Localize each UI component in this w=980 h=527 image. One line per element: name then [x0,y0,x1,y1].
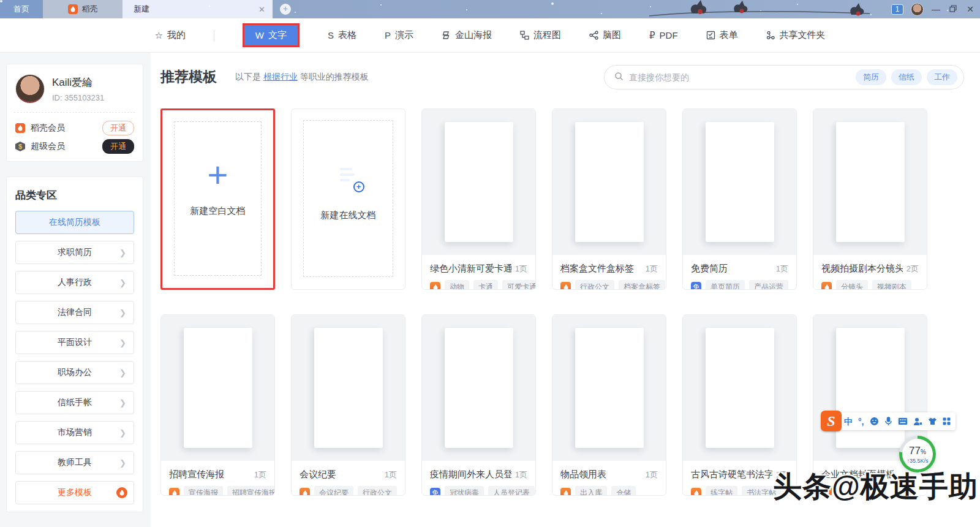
category-teacher-tools[interactable]: 教师工具 ❯ [15,451,134,474]
new-tab-button[interactable]: + [280,4,291,15]
close-button[interactable]: ✕ [965,4,975,14]
account-icon[interactable] [913,417,922,426]
keyboard-icon[interactable] [898,417,908,425]
nav-item-poster[interactable]: 金山海报 [442,29,492,41]
sheet-s-icon: S [328,30,334,40]
template-card[interactable]: 绿色小清新可爱卡通动...1页 动物 卡通 可爱卡通 [421,108,536,290]
nav-item-form[interactable]: 表单 [706,29,738,41]
category-label: 平面设计 [58,337,92,348]
category-online-resume[interactable]: 在线简历模板 [15,211,134,234]
birds-decoration [649,0,870,18]
user-id: ID: 355103231 [52,93,104,102]
super-member-icon: $ [15,142,25,151]
new-blank-doc-card[interactable]: + 新建空白文档 [160,108,275,290]
nav-item-flowchart[interactable]: 流程图 [520,29,561,41]
tag[interactable]: 人员登记表 [488,486,535,496]
tab-docer[interactable]: 稻壳 [43,0,123,18]
tag[interactable]: 分镜头 [836,280,868,290]
tag[interactable]: 出入库 [575,486,607,496]
category-legal-contract[interactable]: 法律合同 ❯ [15,301,134,324]
tag[interactable]: 行政公文 [575,280,614,290]
search-input[interactable] [629,72,851,82]
template-pages: 1页 [646,264,658,275]
super-member-open-button[interactable]: 开通 [102,139,134,154]
emoji-icon[interactable] [870,417,879,426]
restore-button[interactable] [948,4,958,14]
tag[interactable]: 档案盒标签 [619,280,665,290]
tab-home[interactable]: 首页 [0,0,43,18]
nav-item-sheet[interactable]: S 表格 [328,29,356,41]
template-card[interactable]: 免费简历1页 免 单页简历 产品运营 [682,108,797,290]
template-tags: 动物 卡通 可爱卡通 [422,275,535,290]
nav-item-pdf[interactable]: ₽ PDF [649,30,678,41]
template-card[interactable]: 视频拍摄剧本分镜头脚...2页 分镜头 视频剧本 [813,108,927,290]
tab-close-icon[interactable]: ✕ [258,5,265,14]
chinese-mode-icon[interactable]: 中 [844,417,853,426]
minimize-button[interactable]: — [931,4,941,14]
template-title: 疫情期间外来人员登记... [430,469,511,480]
docer-membership-row: 稻壳会员 开通 [15,119,134,137]
chevron-right-icon: ❯ [119,458,126,468]
category-job-resume[interactable]: 求职简历 ❯ [15,241,134,264]
sogou-logo-icon[interactable]: S [821,411,842,431]
ime-toolbar[interactable]: S 中 °, [826,412,956,430]
docer-member-open-button[interactable]: 开通 [102,121,134,135]
tab-new-active[interactable]: 新建 ✕ [123,0,273,18]
template-title: 视频拍摄剧本分镜头脚... [821,263,903,275]
category-more-templates[interactable]: 更多模板 [15,481,134,504]
template-pages: 1页 [515,469,527,480]
message-count-badge[interactable]: 1 [891,4,903,15]
tag[interactable]: 卡通 [473,280,498,290]
tag[interactable]: 招聘宣传海报 [227,486,275,496]
tag[interactable]: 宣传海报 [184,486,223,496]
category-office-work[interactable]: 职场办公 ❯ [15,361,134,384]
tag[interactable]: 仓储 [611,486,636,496]
industry-link[interactable]: 根据行业 [263,72,298,82]
nav-item-mine[interactable]: ☆ 我的 [154,29,185,41]
nav-item-slides[interactable]: P 演示 [385,29,413,41]
titlebar-avatar[interactable] [911,3,924,16]
nav-item-mindmap[interactable]: 脑图 [589,29,621,41]
template-card[interactable]: 疫情期间外来人员登记...1页 免 冠状病毒 人员登记表 [421,314,536,496]
super-membership-row: $ 超级会员 开通 [15,137,134,156]
category-label: 教师工具 [58,457,92,468]
nav-divider [214,30,214,41]
template-title: 招聘宣传海报 [169,469,251,480]
search-tag-stationery[interactable]: 信纸 [891,69,922,85]
template-thumbnail [683,109,796,255]
download-speed: ↑35.5K/s [907,458,928,464]
category-hr-admin[interactable]: 人事行政 ❯ [15,271,134,294]
tag[interactable]: 行政公文 [358,486,397,496]
tag[interactable]: 可爱卡通 [502,280,536,290]
category-stationery[interactable]: 信纸手帐 ❯ [15,391,134,414]
nav-item-shared-folder[interactable]: 共享文件夹 [766,29,826,41]
tag[interactable]: 会议纪要 [314,486,353,496]
nav-item-writer-active[interactable]: W 文字 [244,25,298,45]
tag[interactable]: 产品运营 [749,280,788,290]
nav-item-form-label: 表单 [720,29,738,41]
search-tag-resume[interactable]: 简历 [856,69,886,85]
tag[interactable]: 动物 [445,280,469,290]
template-card[interactable]: 档案盒文件盒标签1页 行政公文 档案盒标签 [552,108,666,290]
search-icon [614,72,624,83]
docer-badge-icon [560,282,571,290]
search-tag-work[interactable]: 工作 [927,69,957,85]
title-bar: 首页 稻壳 新建 ✕ + 1 — ✕ [0,0,980,18]
template-card[interactable]: 物品领用表1页 出入库 仓储 [552,314,666,496]
download-progress-widget[interactable]: 77% ↑35.5K/s [899,436,936,472]
voice-input-icon[interactable] [884,417,892,426]
template-card[interactable]: 会议纪要1页 会议纪要 行政公文 [291,314,405,496]
new-online-doc-card[interactable]: + 新建在线文档 [291,108,405,290]
category-graphic-design[interactable]: 平面设计 ❯ [15,331,134,354]
category-marketing[interactable]: 市场营销 ❯ [15,421,134,444]
tag[interactable]: 单页简历 [706,280,745,290]
tag[interactable]: 视频剧本 [872,280,911,290]
tag[interactable]: 冠状病毒 [445,486,484,496]
tag[interactable]: 练字帖 [706,486,737,496]
toolbox-icon[interactable] [943,417,951,425]
punctuation-icon[interactable]: °, [858,417,864,426]
template-card[interactable]: 招聘宣传海报1页 宣传海报 招聘宣传海报 [160,314,275,496]
skin-icon[interactable] [928,417,937,425]
user-avatar[interactable] [15,74,45,104]
chevron-right-icon: ❯ [119,428,126,438]
